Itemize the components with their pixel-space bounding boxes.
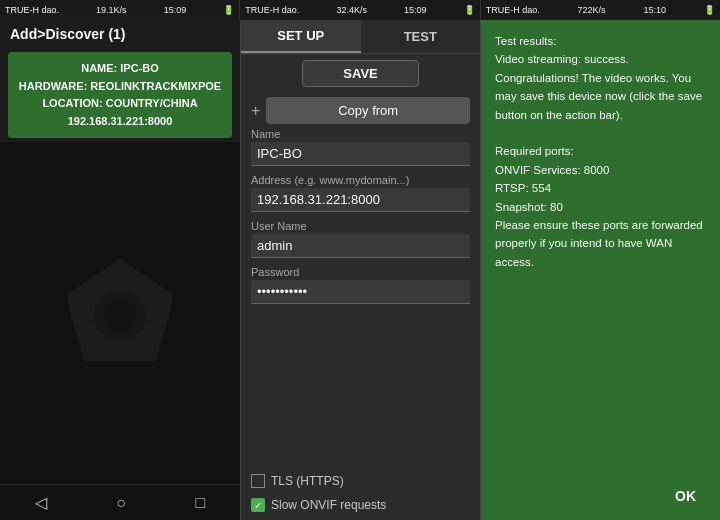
- password-input[interactable]: [251, 280, 470, 304]
- discover-title: Add>Discover (1): [0, 20, 240, 48]
- status-bar-2: TRUE-H dao. 32.4K/s 15:09 🔋: [239, 0, 479, 20]
- device-address: 192.168.31.221:8000: [18, 113, 222, 131]
- ok-btn-row: OK: [495, 476, 706, 508]
- home-button[interactable]: ○: [116, 494, 126, 512]
- result-line2: Video streaming: success.: [495, 50, 706, 68]
- nav-bar-1: ◁ ○ □: [0, 484, 240, 520]
- screen-discover: Add>Discover (1) NAME: IPC-BO HARDWARE: …: [0, 20, 240, 520]
- address-label: Address (e.g. www.mydomain...): [251, 174, 470, 186]
- ok-button[interactable]: OK: [665, 484, 706, 508]
- save-button[interactable]: SAVE: [302, 60, 418, 87]
- carrier-1: TRUE-H dao.: [5, 5, 59, 15]
- result-line3: Congratulations! The video works. You ma…: [495, 69, 706, 124]
- slow-onvif-checkbox[interactable]: ✓: [251, 498, 265, 512]
- screens-wrapper: Add>Discover (1) NAME: IPC-BO HARDWARE: …: [0, 20, 720, 520]
- test-results-overlay: Test results: Video streaming: success. …: [481, 20, 720, 520]
- slow-onvif-label-2: Slow ONVIF requests: [271, 498, 386, 512]
- battery-1: 🔋: [223, 5, 234, 15]
- copy-from-row: + Copy from: [241, 93, 480, 128]
- password-label: Password: [251, 266, 470, 278]
- result-line8: Snapshot: 80: [495, 198, 706, 216]
- copy-from-button[interactable]: Copy from: [266, 97, 470, 124]
- username-label: User Name: [251, 220, 470, 232]
- tab-test[interactable]: TEST: [361, 20, 481, 53]
- save-btn-row: SAVE: [241, 54, 480, 93]
- result-line5: Required ports:: [495, 142, 706, 160]
- device-name: NAME: IPC-BO: [18, 60, 222, 78]
- name-input[interactable]: [251, 142, 470, 166]
- time-1: 15:09: [164, 5, 187, 15]
- test-results-text: Test results: Video streaming: success. …: [495, 32, 706, 476]
- tls-checkbox[interactable]: [251, 474, 265, 488]
- username-input[interactable]: [251, 234, 470, 258]
- tab-row-setup: SET UP TEST: [241, 20, 480, 54]
- device-hardware: HARDWARE: REOLINKTRACKMIXPOE: [18, 78, 222, 96]
- name-label: Name: [251, 128, 470, 140]
- tls-row: TLS (HTTPS): [241, 468, 480, 494]
- tab-setup[interactable]: SET UP: [241, 20, 361, 53]
- username-field-group: User Name: [251, 220, 470, 258]
- result-line9: Please ensure these ports are forwarded …: [495, 216, 706, 271]
- status-bars: TRUE-H dao. 19.1K/s 15:09 🔋 TRUE-H dao. …: [0, 0, 720, 20]
- screen-test: SET UP TEST WAN ACCESS SAVE Test results…: [480, 20, 720, 520]
- result-line6: ONVIF Services: 8000: [495, 161, 706, 179]
- result-line1: Test results:: [495, 32, 706, 50]
- device-location: LOCATION: COUNTRY/CHINA: [18, 95, 222, 113]
- status-bar-1: TRUE-H dao. 19.1K/s 15:09 🔋: [0, 0, 239, 20]
- screen-setup: SET UP TEST SAVE + Copy from Name Addres…: [240, 20, 480, 520]
- battery-2: 🔋: [464, 5, 475, 15]
- camera-background: [0, 142, 240, 484]
- svg-point-3: [112, 307, 129, 324]
- signal-1: 19.1K/s: [96, 5, 127, 15]
- address-input[interactable]: [251, 188, 470, 212]
- slow-onvif-row-2: ✓ Slow ONVIF requests: [241, 494, 480, 520]
- address-field-group: Address (e.g. www.mydomain...): [251, 174, 470, 212]
- carrier-3: TRUE-H dao.: [486, 5, 540, 15]
- name-field-group: Name: [251, 128, 470, 166]
- result-line7: RTSP: 554: [495, 179, 706, 197]
- camera-silhouette-icon: [60, 253, 180, 373]
- back-button[interactable]: ◁: [35, 493, 47, 512]
- status-bar-3: TRUE-H dao. 722K/s 15:10 🔋: [480, 0, 720, 20]
- plus-icon: +: [251, 102, 260, 120]
- form-section: Name Address (e.g. www.mydomain...) User…: [241, 128, 480, 468]
- signal-2: 32.4K/s: [336, 5, 367, 15]
- time-3: 15:10: [644, 5, 667, 15]
- password-field-group: Password: [251, 266, 470, 304]
- recent-button[interactable]: □: [196, 494, 206, 512]
- tls-label: TLS (HTTPS): [271, 474, 344, 488]
- time-2: 15:09: [404, 5, 427, 15]
- device-info-box: NAME: IPC-BO HARDWARE: REOLINKTRACKMIXPO…: [8, 52, 232, 138]
- carrier-2: TRUE-H dao.: [245, 5, 299, 15]
- battery-3: 🔋: [704, 5, 715, 15]
- signal-3: 722K/s: [578, 5, 606, 15]
